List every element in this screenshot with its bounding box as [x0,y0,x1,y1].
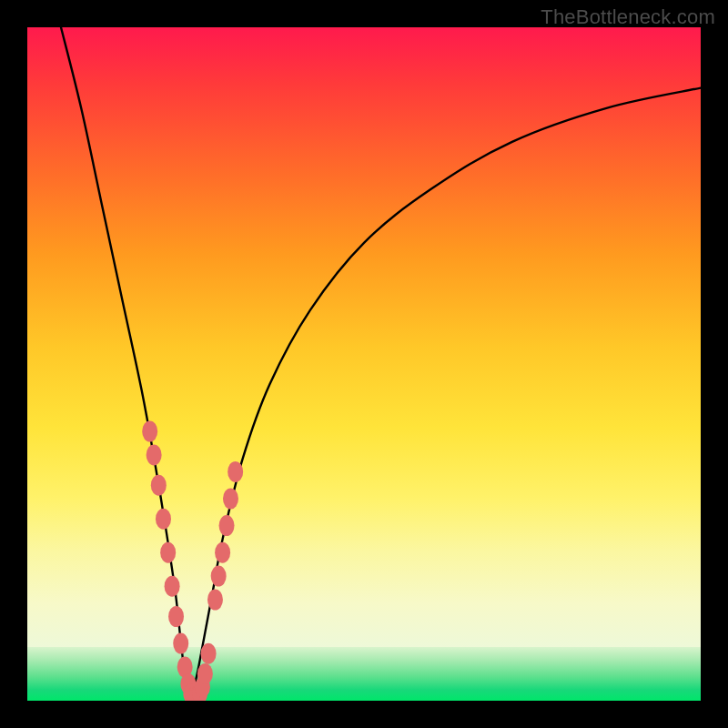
watermark-text: TheBottleneck.com [541,5,715,29]
data-marker [207,590,223,611]
data-marker [219,515,235,536]
markers-layer [27,27,701,701]
data-marker [147,444,162,465]
data-marker [160,542,176,563]
data-marker [197,663,213,684]
data-marker [223,489,238,510]
chart-frame: TheBottleneck.com [0,0,728,728]
data-marker [165,576,180,597]
data-marker [211,566,227,587]
data-marker [215,542,230,563]
data-marker [173,633,188,654]
data-marker [142,421,157,442]
data-marker [156,509,171,530]
data-marker [168,606,184,627]
data-marker [201,643,217,664]
data-marker [228,461,243,482]
plot-area [27,27,701,701]
data-marker [151,475,167,496]
